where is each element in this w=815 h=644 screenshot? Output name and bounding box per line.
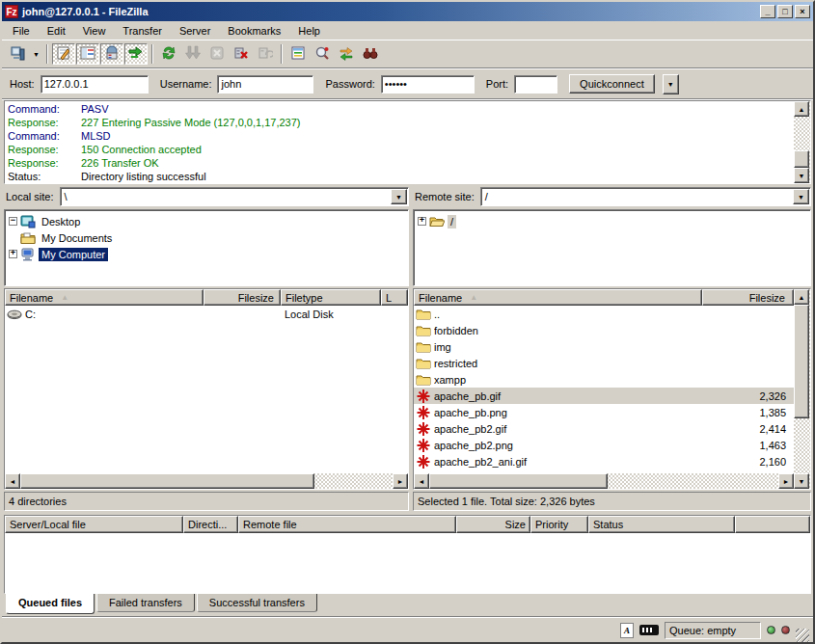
host-input[interactable] xyxy=(41,75,149,94)
find-files-button[interactable] xyxy=(359,43,382,65)
column-filetype[interactable]: Filetype xyxy=(281,289,381,306)
local-directory-tree[interactable]: − Desktop My Documents + My Computer xyxy=(4,209,409,286)
tree-label-my-documents[interactable]: My Documents xyxy=(39,231,115,245)
remote-vertical-scrollbar[interactable]: ▲ ▼ xyxy=(794,289,810,489)
remote-directory-tree[interactable]: + / xyxy=(413,209,811,286)
reconnect-button[interactable] xyxy=(254,43,277,65)
filter-button[interactable] xyxy=(286,43,310,65)
local-file-row[interactable]: C: Local Disk xyxy=(5,306,408,322)
expand-icon[interactable]: + xyxy=(9,250,17,258)
local-site-combobox[interactable]: \ ▼ xyxy=(60,187,409,206)
toggle-local-tree-button[interactable] xyxy=(76,43,99,65)
scrollbar-thumb[interactable] xyxy=(794,305,809,418)
column-status[interactable]: Status xyxy=(588,516,735,533)
tree-label-my-computer[interactable]: My Computer xyxy=(39,248,108,261)
tree-item-my-computer[interactable]: + My Computer xyxy=(9,246,406,262)
scroll-left-icon[interactable]: ◄ xyxy=(414,473,429,489)
remote-file-row[interactable]: restricted xyxy=(414,355,794,371)
synchronized-browsing-button[interactable] xyxy=(335,43,358,65)
password-input[interactable] xyxy=(381,75,475,94)
tree-label-root[interactable]: / xyxy=(448,215,456,228)
expand-icon[interactable]: + xyxy=(418,217,426,226)
column-size[interactable]: Size xyxy=(456,516,530,533)
menu-help[interactable]: Help xyxy=(289,23,329,39)
maximize-button[interactable]: □ xyxy=(777,5,793,18)
column-priority[interactable]: Priority xyxy=(530,516,588,533)
close-button[interactable]: × xyxy=(795,5,810,18)
toggle-log-button[interactable] xyxy=(52,43,75,65)
remote-file-list-panel: Filename▲ Filesize .. forbidden img rest… xyxy=(413,288,811,490)
column-filesize[interactable]: Filesize xyxy=(204,289,281,306)
scroll-right-icon[interactable]: ► xyxy=(393,473,408,489)
column-server-local-file[interactable]: Server/Local file xyxy=(5,516,183,533)
log-vertical-scrollbar[interactable]: ▲ ▼ xyxy=(794,101,810,183)
port-label: Port: xyxy=(486,78,508,90)
message-log[interactable]: Command:PASV Response:227 Entering Passi… xyxy=(5,101,794,183)
menu-file[interactable]: File xyxy=(4,23,39,39)
menu-server[interactable]: Server xyxy=(171,23,219,39)
quickconnect-dropdown-icon[interactable]: ▼ xyxy=(663,74,679,94)
scroll-up-icon[interactable]: ▲ xyxy=(794,289,809,305)
tree-item-root[interactable]: + / xyxy=(418,213,808,229)
column-filename[interactable]: Filename▲ xyxy=(414,289,702,306)
menu-bookmarks[interactable]: Bookmarks xyxy=(219,23,289,39)
remote-file-row[interactable]: xampp xyxy=(414,371,794,388)
column-remote-file[interactable]: Remote file xyxy=(238,516,456,533)
disconnect-button[interactable] xyxy=(230,43,253,65)
column-filename[interactable]: Filename▲ xyxy=(5,289,204,306)
scrollbar-thumb[interactable] xyxy=(20,473,314,489)
site-manager-dropdown-icon[interactable]: ▼ xyxy=(30,43,42,65)
directory-comparison-button[interactable] xyxy=(311,43,334,65)
quickconnect-button[interactable]: Quickconnect xyxy=(569,74,655,94)
tree-label-desktop[interactable]: Desktop xyxy=(39,215,83,228)
scroll-left-icon[interactable]: ◄ xyxy=(5,473,20,489)
scroll-right-icon[interactable]: ► xyxy=(778,473,794,489)
column-truncated[interactable]: L xyxy=(381,289,408,306)
remote-file-row[interactable]: apache_pb2_ani.gif2,160 xyxy=(414,453,794,470)
remote-site-combobox[interactable]: / ▼ xyxy=(480,187,811,206)
process-queue-button[interactable] xyxy=(181,43,204,65)
remote-file-row[interactable]: apache_pb2.gif2,414 xyxy=(414,420,794,437)
toggle-remote-tree-button[interactable] xyxy=(100,43,123,65)
remote-file-row[interactable]: forbidden xyxy=(414,322,794,338)
minimize-button[interactable]: _ xyxy=(760,5,775,18)
scroll-up-icon[interactable]: ▲ xyxy=(794,101,809,117)
remote-file-row[interactable]: img xyxy=(414,338,794,355)
local-horizontal-scrollbar[interactable]: ◄ ► xyxy=(5,473,408,489)
refresh-button[interactable] xyxy=(157,43,180,65)
local-file-list[interactable]: C: Local Disk xyxy=(5,306,408,473)
cancel-button[interactable] xyxy=(205,43,229,65)
scroll-down-icon[interactable]: ▼ xyxy=(794,473,809,489)
menu-transfer[interactable]: Transfer xyxy=(114,23,171,39)
speed-limit-icon[interactable] xyxy=(639,625,659,635)
toggle-queue-button[interactable] xyxy=(124,43,148,65)
remote-file-list[interactable]: .. forbidden img restricted xampp apache… xyxy=(414,306,794,473)
remote-horizontal-scrollbar[interactable]: ◄ ► xyxy=(414,473,794,489)
port-input[interactable] xyxy=(514,75,557,94)
tab-queued-files[interactable]: Queued files xyxy=(6,594,95,614)
scrollbar-thumb[interactable] xyxy=(794,150,809,168)
tab-successful-transfers[interactable]: Successful transfers xyxy=(197,594,317,612)
collapse-icon[interactable]: − xyxy=(9,217,17,226)
remote-file-row[interactable]: apache_pb.png1,385 xyxy=(414,404,794,420)
title-bar[interactable]: Fz john@127.0.0.1 - FileZilla _ □ × xyxy=(2,2,813,21)
column-filesize[interactable]: Filesize xyxy=(702,289,794,306)
column-direction[interactable]: Directi... xyxy=(183,516,238,533)
scroll-down-icon[interactable]: ▼ xyxy=(794,168,809,183)
site-manager-button[interactable] xyxy=(6,43,29,65)
remote-file-row-selected[interactable]: apache_pb.gif2,326 xyxy=(414,388,794,404)
tree-item-desktop[interactable]: − Desktop xyxy=(9,213,406,229)
remote-file-row[interactable]: apache_pb2.png1,463 xyxy=(414,437,794,453)
menu-edit[interactable]: Edit xyxy=(39,23,74,39)
username-input[interactable] xyxy=(217,75,313,94)
tab-failed-transfers[interactable]: Failed transfers xyxy=(96,594,195,612)
resize-grip[interactable] xyxy=(796,629,809,642)
remote-file-row[interactable]: .. xyxy=(414,306,794,322)
tree-item-my-documents[interactable]: My Documents xyxy=(9,229,406,246)
transfer-type-icon[interactable]: A xyxy=(620,623,634,638)
queue-list[interactable] xyxy=(5,533,810,593)
scrollbar-thumb[interactable] xyxy=(429,473,608,489)
chevron-down-icon[interactable]: ▼ xyxy=(793,189,809,204)
chevron-down-icon[interactable]: ▼ xyxy=(391,189,407,204)
menu-view[interactable]: View xyxy=(74,23,115,39)
